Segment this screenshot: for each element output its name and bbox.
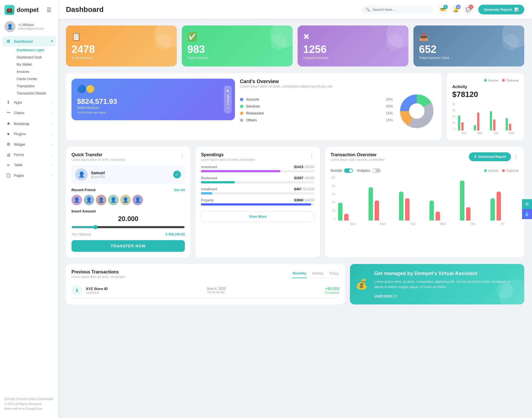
qt-handle: @sam224: [91, 175, 105, 178]
transfer-now-button[interactable]: TRANSFER NOW: [71, 240, 185, 252]
see-all-link[interactable]: See All: [174, 188, 185, 192]
footer-line2: © 2021 All Rights Reserved: [4, 402, 54, 407]
restaurant-progress-fill: [201, 181, 235, 183]
quick-transfer-menu-btn[interactable]: ⋮: [179, 152, 185, 158]
prev-tx-title: Previous Transactions: [71, 270, 126, 275]
paid-invoices-label: Paid Invoices: [187, 56, 287, 60]
spendings-menu-btn[interactable]: ⋮: [309, 152, 314, 158]
sidebar-item-charts[interactable]: 〜 Charts ›: [2, 107, 56, 118]
settings-float-btn[interactable]: ⚙: [522, 199, 532, 209]
tx-name-1: XYZ Store ID: [86, 287, 108, 291]
theme-float-btn[interactable]: 💧: [522, 209, 532, 219]
generate-report-button[interactable]: Generate Report 📊: [478, 5, 524, 14]
quick-transfer-panel: Quick Transfer Lorem ipsum dolor sit ame…: [66, 147, 190, 257]
change-button[interactable]: 🔄 Change ▾: [224, 86, 232, 114]
sidebar-item-forms[interactable]: 🖨 Forms ›: [2, 150, 56, 160]
va-learn-more-link[interactable]: Learn more >>: [374, 294, 397, 298]
tab-today[interactable]: Today: [329, 270, 339, 278]
sub-item-dashboard-dark[interactable]: Dashboard Dark: [14, 54, 56, 61]
to-chart-container: 100806040200: [331, 176, 519, 225]
friend-avatar-3[interactable]: 👤: [96, 195, 106, 205]
to-income-dot: [484, 169, 487, 172]
outcome-label: Outcome: [506, 79, 519, 82]
sidebar-item-widget[interactable]: ⚙ Widget ›: [2, 139, 56, 150]
income-bar-mon: [474, 125, 476, 130]
recent-friends-label: Recent Friend: [71, 188, 96, 192]
sub-item-invoices[interactable]: Invoices: [14, 68, 56, 75]
slider-container: [71, 225, 185, 230]
tab-monthly[interactable]: Monthly: [292, 270, 307, 278]
quick-transfer-title: Quick Transfer: [71, 152, 126, 157]
wallet-label: Wallet Balance: [77, 106, 229, 110]
svg-point-0: [409, 103, 424, 119]
friend-avatar-6[interactable]: 👤: [132, 195, 143, 205]
dashboard-icon: ⊞: [6, 39, 11, 44]
total-invoices-icon: 📋: [71, 32, 171, 41]
balance-value: $ 456,345.62: [165, 232, 185, 236]
card-overview-panel: 🔵🟡 $824,571.93 Wallet Balance +0.8% than…: [66, 73, 442, 140]
friend-avatar-1[interactable]: 👤: [71, 195, 82, 205]
download-report-button[interactable]: ⬇ Download Report: [469, 152, 511, 161]
big-bar-chart: [337, 176, 519, 220]
search-input[interactable]: [372, 7, 422, 12]
view-more-button[interactable]: View More: [201, 211, 314, 222]
activity-y-axis: 806040200: [452, 103, 457, 130]
toggle-analytics[interactable]: [372, 168, 381, 173]
sidebar-item-pages[interactable]: 📋 Pages ›: [2, 170, 56, 181]
amount-slider[interactable]: [71, 225, 185, 229]
sub-item-transaction-details[interactable]: Transaction Details: [14, 90, 56, 97]
qt-check-icon: ✓: [173, 171, 181, 178]
sidebar-item-dashboard[interactable]: ⊞ Dashboard ▾: [2, 36, 56, 47]
spending-property-name: Property: [201, 198, 213, 202]
outcome-bar-tue: [493, 119, 495, 130]
sidebar-label-apps: Apps: [14, 100, 22, 104]
tx-amount-1: +$5,553: [325, 286, 339, 291]
stats-row: 📋 2478 Total Invoices ✅ 983 Paid Invoice…: [66, 25, 524, 66]
to-menu-btn[interactable]: ⋮: [513, 154, 519, 160]
to-outcome-dot: [502, 169, 505, 172]
tab-weekly[interactable]: Weekly: [311, 270, 324, 278]
to-y-axis: 100806040200: [331, 176, 337, 220]
user-section: 👤 Hi,William william@gmail.com: [0, 18, 58, 36]
friend-avatar-2[interactable]: 👤: [84, 195, 94, 205]
sub-item-dashboard-light[interactable]: Dashboard Light: [14, 47, 56, 54]
to-actions: ⬇ Download Report ⋮: [469, 152, 519, 161]
menu-toggle-icon[interactable]: ☰: [44, 7, 54, 13]
friend-avatar-4[interactable]: 👤: [108, 195, 119, 205]
sub-item-my-wallet[interactable]: My Wallet: [14, 61, 56, 68]
sidebar-item-table[interactable]: ≡ Table ›: [2, 160, 56, 170]
friend-avatar-5[interactable]: 👤: [120, 195, 131, 205]
sub-item-transaction[interactable]: Transaction: [14, 83, 56, 90]
big-bar-group-sun: [338, 203, 365, 220]
sidebar-item-plugins[interactable]: ♥ Plugins ›: [2, 129, 56, 139]
widget-icon: ⚙: [6, 142, 11, 147]
sidebar-item-bootstrap[interactable]: ★ Bootstrap ›: [2, 118, 56, 129]
page-title: Dashboard: [66, 5, 357, 14]
right-float-buttons: ⚙ 💧: [522, 199, 532, 219]
co-dot-others: [240, 119, 243, 122]
big-label-tue: Tue: [398, 222, 428, 225]
outcome-bar-wed: [509, 124, 511, 130]
outcome-bar-mon: [477, 112, 479, 130]
to-outcome-label: Outcome: [506, 169, 519, 172]
bell-notification-btn[interactable]: 🔔 12: [451, 4, 461, 15]
bootstrap-icon: ★: [6, 121, 11, 126]
bar-label-tue: Tue: [490, 132, 502, 135]
wallet-notification-btn[interactable]: 💳 2: [438, 4, 448, 15]
activity-amount: $78120: [452, 90, 519, 99]
header-icons: 💳 2 🔔 12 💬 5: [438, 4, 474, 15]
qt-contact: 👤 Samuel @sam224 ✓: [71, 165, 185, 184]
sidebar-label-dashboard: Dashboard: [14, 39, 33, 43]
download-label: Download Report: [479, 155, 506, 159]
co-item-restaurant: Restaurant 15%: [240, 111, 393, 115]
co-item-others: Others 15%: [240, 118, 393, 122]
forms-arrow: ›: [52, 153, 53, 157]
plugins-icon: ♥: [6, 132, 11, 136]
message-notification-btn[interactable]: 💬 5: [463, 4, 474, 15]
toggle-number[interactable]: [344, 168, 353, 173]
sub-item-cards-center[interactable]: Cards Center: [14, 75, 56, 83]
sidebar-item-apps[interactable]: ℹ Apps ›: [2, 97, 56, 107]
prev-tx-tabs: Monthly Weekly Today: [292, 270, 339, 278]
sidebar-label-forms: Forms: [14, 153, 24, 157]
sidebar-label-widget: Widget: [14, 142, 25, 147]
